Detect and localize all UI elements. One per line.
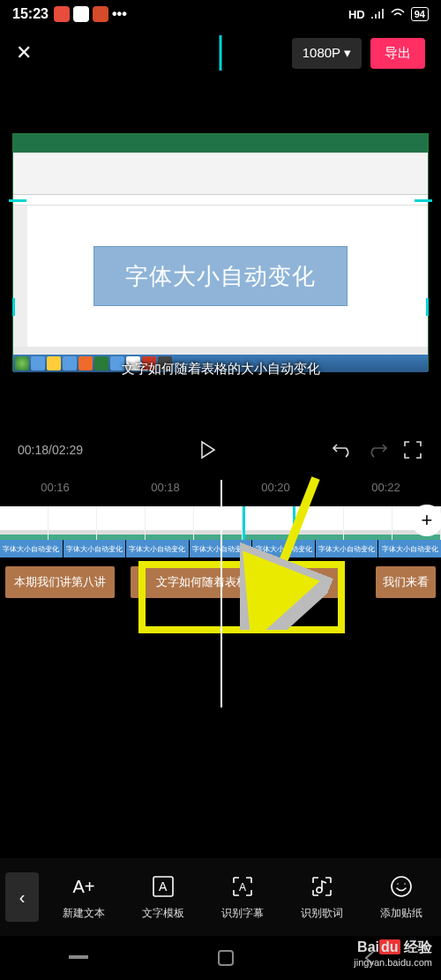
subtitle-text: 文字如何随着表格的大小自动变化 <box>122 361 320 378</box>
playback-controls: 00:18/02:29 <box>0 427 441 473</box>
ruler-tick: 00:20 <box>261 481 290 494</box>
play-button[interactable] <box>197 439 218 460</box>
close-button[interactable]: ✕ <box>16 41 32 64</box>
status-bar: 15:23 ••• HD 94 <box>0 0 441 28</box>
lyrics-icon <box>309 873 335 900</box>
add-clip-button[interactable]: + <box>411 505 441 536</box>
template-icon: A <box>150 873 176 900</box>
redo-button[interactable] <box>367 439 388 460</box>
text-clip-selected[interactable]: 文字如何随着表格的大小自动变 <box>131 566 342 598</box>
svg-text:A: A <box>159 879 168 894</box>
add-sticker-button[interactable]: 添加贴纸 <box>362 873 441 921</box>
app-icon-2 <box>73 6 89 22</box>
undo-button[interactable] <box>332 439 353 460</box>
text-icon: A+ <box>71 873 97 900</box>
bottom-toolbar: ‹ A+ 新建文本 A 文字模板 A 识别字幕 识别歌词 添加贴纸 <box>0 858 441 936</box>
nav-recent[interactable] <box>64 949 89 967</box>
svg-point-5 <box>392 877 411 896</box>
svg-rect-7 <box>70 956 87 958</box>
svg-text:A: A <box>239 881 246 894</box>
clock: 15:23 <box>12 6 49 22</box>
battery-icon: 94 <box>411 7 429 21</box>
timeline[interactable]: + 字体大小自动变化 字体大小自动变化 字体大小自动变化 字体大小自动变化 字体… <box>0 506 441 709</box>
excel-text-box: 字体大小自动变化 <box>93 246 348 306</box>
export-button[interactable]: 导出 <box>370 38 425 69</box>
subtitle-icon: A <box>229 873 256 900</box>
svg-rect-8 <box>219 951 233 965</box>
signal-icon <box>370 8 385 20</box>
wifi-icon <box>390 8 406 20</box>
resolution-button[interactable]: 1080P ▾ <box>292 38 362 69</box>
ruler-tick: 00:16 <box>41 481 70 494</box>
ruler-tick: 00:18 <box>151 481 180 494</box>
guide-right <box>415 199 432 202</box>
center-marker <box>220 35 222 71</box>
guide-br <box>426 298 429 316</box>
sticker-icon <box>388 873 415 900</box>
nav-home[interactable] <box>217 949 235 967</box>
new-text-button[interactable]: A+ 新建文本 <box>44 873 123 921</box>
ruler-tick: 00:22 <box>371 481 400 494</box>
guide-bl <box>12 298 15 316</box>
more-dots: ••• <box>112 6 127 22</box>
playhead[interactable] <box>220 480 222 707</box>
text-clip[interactable]: 我们来看 <box>376 566 436 598</box>
svg-point-4 <box>317 887 322 893</box>
recognize-subtitle-button[interactable]: A 识别字幕 <box>203 873 282 921</box>
app-icon-1 <box>54 6 70 22</box>
video-preview[interactable]: 字体大小自动变化 文字如何随着表格的大小自动变化 <box>0 78 441 427</box>
app-icon-3 <box>93 6 108 22</box>
preview-frame: 字体大小自动变化 <box>12 133 429 371</box>
text-template-button[interactable]: A 文字模板 <box>123 873 203 921</box>
fullscreen-button[interactable] <box>402 439 423 460</box>
back-button[interactable]: ‹ <box>5 872 39 922</box>
hd-icon: HD <box>348 8 365 21</box>
top-toolbar: ✕ 1080P ▾ 导出 <box>0 28 441 78</box>
watermark: Baidu 经验 jingyan.baidu.com <box>354 939 432 968</box>
guide-left <box>9 199 26 202</box>
time-display: 00:18/02:29 <box>18 443 83 457</box>
recognize-lyrics-button[interactable]: 识别歌词 <box>282 873 362 921</box>
text-clip[interactable]: 本期我们讲第八讲 <box>5 566 115 598</box>
